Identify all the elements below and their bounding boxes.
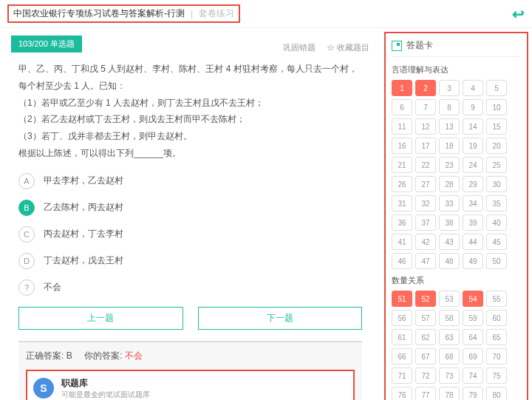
promo-box[interactable]: S 职题库 可能是最全的笔试面试题库 <box>26 370 355 400</box>
cell-36[interactable]: 36 <box>392 214 412 231</box>
your-answer-label: 你的答案: <box>84 350 122 361</box>
cell-34[interactable]: 34 <box>463 195 483 211</box>
favorite-link[interactable]: ☆ 收藏题目 <box>327 42 369 53</box>
cell-75[interactable]: 75 <box>486 367 507 384</box>
option-?[interactable]: ?不会 <box>18 279 362 296</box>
consolidate-link[interactable]: 巩固错题 <box>283 42 316 53</box>
cell-15[interactable]: 15 <box>486 118 507 135</box>
option-C[interactable]: C丙去赵村，丁去李村 <box>18 226 362 243</box>
cell-58[interactable]: 58 <box>439 310 460 326</box>
cell-29[interactable]: 29 <box>463 176 483 192</box>
cell-72[interactable]: 72 <box>415 367 436 384</box>
cell-47[interactable]: 47 <box>415 253 436 269</box>
cell-64[interactable]: 64 <box>463 329 483 345</box>
cell-9[interactable]: 9 <box>463 99 483 115</box>
option-D[interactable]: D丁去赵村，戊去王村 <box>18 253 362 269</box>
cell-57[interactable]: 57 <box>415 310 436 326</box>
cell-13[interactable]: 13 <box>439 118 460 135</box>
cell-40[interactable]: 40 <box>486 214 507 231</box>
card-icon <box>392 41 402 51</box>
cell-1[interactable]: 1 <box>392 80 412 96</box>
cell-11[interactable]: 11 <box>392 118 412 135</box>
cell-44[interactable]: 44 <box>463 234 483 250</box>
answer-line: 正确答案: B 你的答案: 不会 <box>26 350 355 362</box>
cell-35[interactable]: 35 <box>486 195 507 211</box>
cell-67[interactable]: 67 <box>415 348 436 365</box>
cell-38[interactable]: 38 <box>439 214 460 231</box>
cell-71[interactable]: 71 <box>392 367 412 384</box>
cell-28[interactable]: 28 <box>439 176 460 192</box>
cell-18[interactable]: 18 <box>439 138 460 154</box>
cell-25[interactable]: 25 <box>486 157 507 173</box>
cell-59[interactable]: 59 <box>463 310 483 326</box>
grid-2: 5152535455565758596061626364656667686970… <box>392 291 521 400</box>
cell-21[interactable]: 21 <box>392 157 412 173</box>
answer-box: 正确答案: B 你的答案: 不会 S 职题库 可能是最全的笔试面试题库 已知： … <box>18 341 362 400</box>
cell-80[interactable]: 80 <box>486 387 507 400</box>
cell-43[interactable]: 43 <box>439 234 460 250</box>
cell-27[interactable]: 27 <box>415 176 436 192</box>
cell-8[interactable]: 8 <box>439 99 460 115</box>
cell-61[interactable]: 61 <box>392 329 412 345</box>
cell-3[interactable]: 3 <box>439 80 460 96</box>
cell-54[interactable]: 54 <box>463 291 483 307</box>
cell-39[interactable]: 39 <box>463 214 483 231</box>
back-icon[interactable]: ↩ <box>512 5 525 23</box>
cell-17[interactable]: 17 <box>415 138 436 154</box>
cell-31[interactable]: 31 <box>392 195 412 211</box>
cell-37[interactable]: 37 <box>415 214 436 231</box>
cell-66[interactable]: 66 <box>392 348 412 365</box>
cell-32[interactable]: 32 <box>415 195 436 211</box>
cell-14[interactable]: 14 <box>463 118 483 135</box>
cell-5[interactable]: 5 <box>486 80 507 96</box>
cell-46[interactable]: 46 <box>392 253 412 269</box>
cell-63[interactable]: 63 <box>439 329 460 345</box>
cell-77[interactable]: 77 <box>415 387 436 400</box>
cell-19[interactable]: 19 <box>463 138 483 154</box>
cell-56[interactable]: 56 <box>392 310 412 326</box>
cell-33[interactable]: 33 <box>439 195 460 211</box>
cell-76[interactable]: 76 <box>392 387 412 400</box>
cell-79[interactable]: 79 <box>463 387 483 400</box>
cell-51[interactable]: 51 <box>392 291 412 307</box>
cell-73[interactable]: 73 <box>439 367 460 384</box>
cell-70[interactable]: 70 <box>486 348 507 365</box>
next-button[interactable]: 下一题 <box>198 307 363 330</box>
cell-52[interactable]: 52 <box>415 291 436 307</box>
cell-20[interactable]: 20 <box>486 138 507 154</box>
cell-23[interactable]: 23 <box>439 157 460 173</box>
option-letter: A <box>18 173 35 189</box>
cell-48[interactable]: 48 <box>439 253 460 269</box>
cell-78[interactable]: 78 <box>439 387 460 400</box>
cell-6[interactable]: 6 <box>392 99 412 115</box>
cell-12[interactable]: 12 <box>415 118 436 135</box>
cell-2[interactable]: 2 <box>415 80 436 96</box>
option-A[interactable]: A甲去李村，乙去赵村 <box>18 173 362 189</box>
cell-55[interactable]: 55 <box>486 291 507 307</box>
cell-4[interactable]: 4 <box>463 80 483 96</box>
cell-50[interactable]: 50 <box>486 253 507 269</box>
cell-60[interactable]: 60 <box>486 310 507 326</box>
cell-53[interactable]: 53 <box>439 291 460 307</box>
cell-22[interactable]: 22 <box>415 157 436 173</box>
cell-45[interactable]: 45 <box>486 234 507 250</box>
cell-42[interactable]: 42 <box>415 234 436 250</box>
cell-7[interactable]: 7 <box>415 99 436 115</box>
cell-49[interactable]: 49 <box>463 253 483 269</box>
cell-10[interactable]: 10 <box>486 99 507 115</box>
cell-65[interactable]: 65 <box>486 329 507 345</box>
question-panel: 103/200 单选题 巩固错题 ☆ 收藏题目 甲、乙、丙、丁和戊 5 人到赵村… <box>0 28 381 400</box>
cell-26[interactable]: 26 <box>392 176 412 192</box>
cell-30[interactable]: 30 <box>486 176 507 192</box>
cell-74[interactable]: 74 <box>463 367 483 384</box>
separator: | <box>191 9 193 19</box>
cell-24[interactable]: 24 <box>463 157 483 173</box>
cell-68[interactable]: 68 <box>439 348 460 365</box>
cell-69[interactable]: 69 <box>463 348 483 365</box>
cell-41[interactable]: 41 <box>392 234 412 250</box>
header-title-box: 中国农业银行专项练习试卷与答案解析-行测 | 套卷练习 <box>7 4 240 23</box>
cell-16[interactable]: 16 <box>392 138 412 154</box>
cell-62[interactable]: 62 <box>415 329 436 345</box>
option-B[interactable]: B乙去陈村，丙去赵村 <box>18 200 362 216</box>
prev-button[interactable]: 上一题 <box>18 307 183 330</box>
